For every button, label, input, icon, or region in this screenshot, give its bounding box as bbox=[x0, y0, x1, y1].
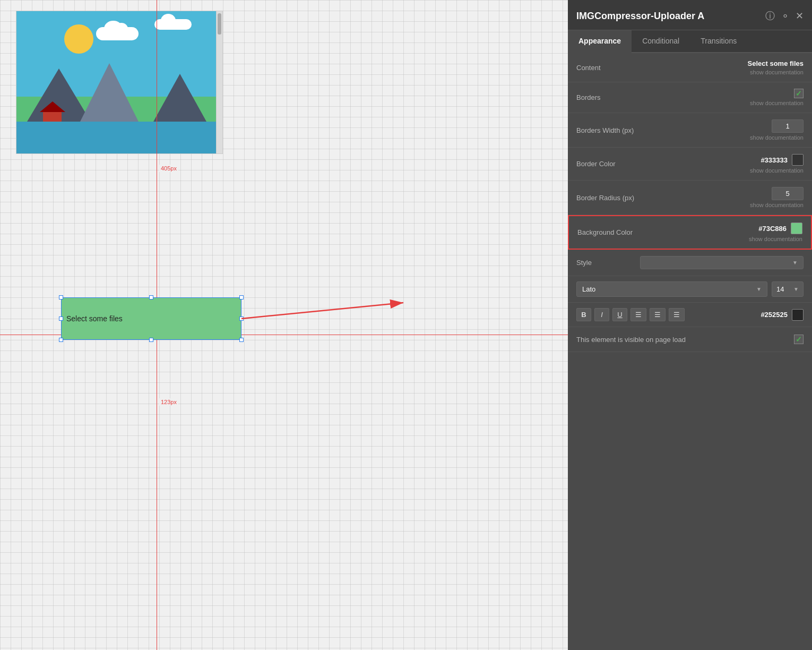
visible-checkbox[interactable]: ✓ bbox=[794, 335, 804, 344]
handle-top-mid[interactable] bbox=[149, 295, 153, 300]
underline-button[interactable]: U bbox=[612, 308, 627, 321]
align-center-button[interactable]: ☰ bbox=[650, 308, 666, 321]
selected-element[interactable]: Select some files bbox=[61, 297, 241, 340]
style-dropdown[interactable]: ▼ bbox=[640, 256, 804, 269]
borders-row: Borders ✓ show documentation bbox=[568, 82, 812, 113]
borders-width-label: Borders Width (px) bbox=[576, 126, 640, 134]
mountain-mid bbox=[80, 63, 139, 122]
align-left-button[interactable]: ☰ bbox=[630, 308, 646, 321]
style-dropdown-arrow: ▼ bbox=[792, 260, 798, 266]
border-color-box[interactable] bbox=[792, 154, 804, 166]
background-color-show-doc[interactable]: show documentation bbox=[749, 236, 802, 242]
scrollbar-thumb bbox=[218, 13, 221, 35]
content-show-doc[interactable]: show documentation bbox=[748, 69, 804, 75]
content-value: Select some files bbox=[748, 59, 804, 67]
font-size-arrow: ▼ bbox=[793, 286, 799, 292]
sun-decoration bbox=[64, 24, 93, 54]
visible-on-load-row: This element is visible on page load ✓ bbox=[568, 327, 812, 352]
panel-header: IMGCompressor-Uploader A ⓘ ⚬ ✕ bbox=[568, 0, 812, 30]
measurement-vertical-label: 405px bbox=[159, 165, 178, 172]
text-color-hex: #252525 bbox=[761, 311, 788, 319]
background-color-label: Background Color bbox=[577, 228, 641, 236]
info-icon[interactable]: ⓘ bbox=[765, 10, 775, 22]
handle-bottom-mid[interactable] bbox=[149, 338, 153, 342]
background-color-hex: #73C886 bbox=[758, 225, 787, 233]
handle-top-right[interactable] bbox=[239, 295, 244, 300]
measurement-horizontal-label: 123px bbox=[159, 398, 178, 406]
house-roof bbox=[40, 101, 65, 112]
style-row: Style ▼ bbox=[568, 250, 812, 276]
border-color-row: Border Color #333333 show documentation bbox=[568, 148, 812, 181]
border-color-swatch-group: #333333 bbox=[761, 154, 804, 166]
font-row: Lato ▼ 14 ▼ bbox=[568, 276, 812, 303]
bold-button[interactable]: B bbox=[576, 308, 591, 321]
preview-image bbox=[16, 11, 222, 153]
border-radius-label: Border Radius (px) bbox=[576, 194, 640, 202]
border-color-hex: #333333 bbox=[761, 156, 788, 164]
panel-title: IMGCompressor-Uploader A bbox=[576, 11, 704, 22]
handle-mid-left[interactable] bbox=[59, 317, 63, 321]
handle-bottom-left[interactable] bbox=[59, 338, 63, 342]
cloud-decoration-1 bbox=[96, 27, 139, 40]
text-color-box[interactable] bbox=[792, 309, 804, 321]
border-radius-row: Border Radius (px) show documentation bbox=[568, 181, 812, 215]
comment-icon[interactable]: ⚬ bbox=[781, 10, 789, 22]
border-color-show-doc[interactable]: show documentation bbox=[750, 167, 804, 174]
italic-button[interactable]: I bbox=[594, 308, 609, 321]
background-color-row: Background Color #73C886 show documentat… bbox=[568, 215, 812, 250]
panel-tabs: Appearance Conditional Transitions bbox=[568, 30, 812, 53]
border-radius-input[interactable] bbox=[772, 187, 804, 200]
borders-checkbox[interactable]: ✓ bbox=[794, 89, 804, 98]
handle-mid-right[interactable] bbox=[239, 317, 244, 321]
borders-width-row: Borders Width (px) show documentation bbox=[568, 113, 812, 148]
borders-width-show-doc[interactable]: show documentation bbox=[750, 134, 804, 141]
font-dropdown[interactable]: Lato ▼ bbox=[576, 281, 767, 297]
handle-top-left[interactable] bbox=[59, 295, 63, 300]
tab-conditional[interactable]: Conditional bbox=[632, 30, 690, 53]
header-icons-group: ⓘ ⚬ ✕ bbox=[765, 10, 804, 22]
content-row: Content Select some files show documenta… bbox=[568, 53, 812, 82]
tab-appearance[interactable]: Appearance bbox=[568, 30, 632, 53]
panel-content: Content Select some files show documenta… bbox=[568, 53, 812, 650]
borders-width-input[interactable] bbox=[772, 119, 804, 133]
text-color-swatch-group: #252525 bbox=[761, 309, 804, 321]
background-color-box[interactable] bbox=[791, 223, 802, 234]
visible-label: This element is visible on page load bbox=[576, 336, 686, 344]
water-decoration bbox=[16, 122, 222, 153]
canvas-area: 405px 123px Select some files bbox=[0, 0, 568, 650]
border-radius-show-doc[interactable]: show documentation bbox=[750, 202, 804, 208]
handle-bottom-right[interactable] bbox=[239, 338, 244, 342]
preview-scrollbar[interactable] bbox=[216, 11, 222, 153]
borders-show-doc[interactable]: show documentation bbox=[750, 100, 804, 106]
font-size-dropdown[interactable]: 14 ▼ bbox=[772, 281, 804, 297]
element-text: Select some files bbox=[66, 314, 123, 323]
font-size: 14 bbox=[776, 285, 784, 293]
preview-container bbox=[16, 11, 223, 154]
cloud-decoration-2 bbox=[154, 19, 192, 30]
content-label: Content bbox=[576, 64, 640, 72]
borders-label: Borders bbox=[576, 93, 640, 101]
border-color-label: Border Color bbox=[576, 160, 640, 168]
properties-panel: IMGCompressor-Uploader A ⓘ ⚬ ✕ Appearanc… bbox=[568, 0, 812, 650]
formatting-row: B I U ☰ ☰ ☰ #252525 bbox=[568, 303, 812, 327]
close-icon[interactable]: ✕ bbox=[796, 10, 804, 22]
font-name: Lato bbox=[582, 285, 595, 293]
font-dropdown-arrow: ▼ bbox=[756, 286, 762, 292]
align-right-button[interactable]: ☰ bbox=[669, 308, 685, 321]
mountain-right bbox=[153, 74, 206, 122]
background-color-swatch-group: #73C886 bbox=[758, 223, 802, 234]
style-label: Style bbox=[576, 259, 640, 267]
tab-transitions[interactable]: Transitions bbox=[690, 30, 747, 53]
